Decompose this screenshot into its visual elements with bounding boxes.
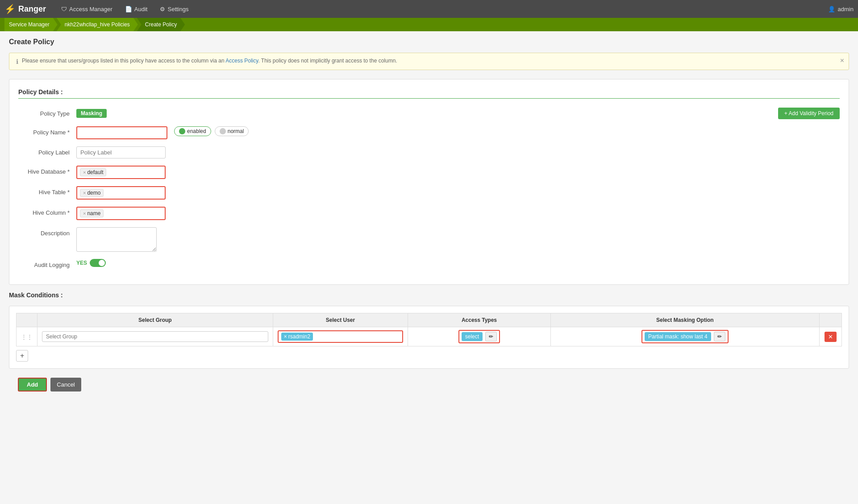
- description-label: Description: [18, 227, 76, 237]
- masking-badge: Masking: [76, 109, 107, 118]
- select-user-header: Select User: [273, 313, 408, 327]
- select-user-cell: × rsadmin2: [273, 327, 408, 346]
- masking-option-cell: Partial mask: show last 4 ✏: [550, 327, 819, 346]
- policy-label-input[interactable]: [76, 146, 166, 158]
- gear-icon: ⚙: [160, 6, 165, 12]
- brand-icon: ⚡: [4, 4, 16, 14]
- hive-database-tag: × default: [80, 168, 106, 176]
- policy-name-label: Policy Name *: [18, 126, 76, 136]
- top-navigation: ⚡ Ranger 🛡 Access Manager 📄 Audit ⚙ Sett…: [0, 0, 858, 18]
- page-content: Create Policy ℹ Please ensure that users…: [0, 31, 858, 398]
- select-group-header: Select Group: [37, 313, 273, 327]
- hive-column-input[interactable]: × name: [76, 207, 166, 220]
- mask-conditions-header: Mask Conditions :: [9, 292, 849, 301]
- brand-logo[interactable]: ⚡ Ranger: [4, 4, 46, 14]
- access-types-wrapper: select ✏: [458, 330, 500, 343]
- audit-logging-row: Audit Logging YES: [18, 259, 840, 268]
- alert-text: Please ensure that users/groups listed i…: [22, 58, 842, 64]
- audit-logging-switch[interactable]: [90, 259, 106, 267]
- policy-type-label: Policy Type: [18, 110, 76, 117]
- nav-audit[interactable]: 📄 Audit: [119, 0, 154, 18]
- policy-details-section-title: Policy Details :: [18, 88, 840, 99]
- policy-label-row: Policy Label: [18, 146, 840, 158]
- normal-dot: [220, 128, 226, 134]
- select-masking-option-header: Select Masking Option: [550, 313, 819, 327]
- nav-settings[interactable]: ⚙ Settings: [154, 0, 195, 18]
- hive-table-tag-remove[interactable]: ×: [83, 190, 86, 196]
- nav-access-manager[interactable]: 🛡 Access Manager: [55, 0, 119, 18]
- user-icon: 👤: [828, 6, 835, 12]
- mask-conditions-wrapper: Mask Conditions : Select Group Select Us…: [9, 292, 849, 369]
- select-group-cell: [37, 327, 273, 346]
- description-textarea[interactable]: [76, 227, 157, 252]
- policy-label-label: Policy Label: [18, 146, 76, 156]
- select-user-input-wrapper[interactable]: × rsadmin2: [278, 330, 404, 343]
- conditions-section: Select Group Select User Access Types Se…: [9, 306, 849, 369]
- masking-option-wrapper: Partial mask: show last 4 ✏: [641, 330, 729, 343]
- policy-type-row: Policy Type Masking + Add Validity Perio…: [18, 108, 840, 119]
- access-types-header: Access Types: [408, 313, 550, 327]
- policy-name-input[interactable]: column_masking: [77, 127, 167, 138]
- action-header: [820, 313, 842, 327]
- policy-name-row: Policy Name * column_masking enabled nor…: [18, 126, 840, 139]
- policy-name-wrapper: column_masking: [76, 126, 167, 139]
- main-card: Policy Details : Policy Type Masking + A…: [9, 79, 849, 285]
- access-type-select-button[interactable]: select: [462, 332, 483, 341]
- drag-handle-cell: ⋮⋮: [17, 327, 37, 346]
- breadcrumb-hive-policies[interactable]: nkh22whcllap_hive Policies: [57, 18, 138, 31]
- add-row-button[interactable]: +: [16, 350, 28, 362]
- hive-column-tag: × name: [80, 209, 104, 217]
- add-button[interactable]: Add: [18, 378, 47, 392]
- hive-column-row: Hive Column * × name: [18, 207, 840, 220]
- hive-column-tag-remove[interactable]: ×: [83, 211, 86, 216]
- conditions-table: Select Group Select User Access Types Se…: [16, 313, 842, 346]
- audit-logging-label: Audit Logging: [18, 259, 76, 268]
- hive-table-label: Hive Table *: [18, 186, 76, 196]
- description-row: Description: [18, 227, 840, 252]
- alert-box: ℹ Please ensure that users/groups listed…: [9, 53, 849, 70]
- brand-name: Ranger: [18, 4, 46, 14]
- user-tag-x[interactable]: ×: [284, 333, 287, 340]
- mask-conditions-title: Mask Conditions :: [9, 292, 63, 301]
- user-menu[interactable]: 👤 admin: [828, 6, 854, 12]
- breadcrumb-create-policy[interactable]: Create Policy: [137, 18, 185, 31]
- yes-label: YES: [76, 260, 87, 266]
- alert-close-button[interactable]: ×: [840, 57, 844, 65]
- hive-table-input[interactable]: × demo: [76, 186, 166, 200]
- shield-icon: 🛡: [61, 6, 67, 12]
- normal-label: normal: [228, 128, 244, 134]
- table-row: ⋮⋮ × rsadmin2: [17, 327, 842, 346]
- normal-toggle[interactable]: normal: [215, 126, 249, 136]
- enabled-label: enabled: [187, 128, 206, 134]
- info-icon: ℹ: [16, 58, 18, 65]
- cancel-button[interactable]: Cancel: [50, 378, 81, 392]
- audit-logging-toggle[interactable]: YES: [76, 259, 106, 267]
- breadcrumb-service-manager[interactable]: Service Manager: [4, 18, 58, 31]
- enabled-toggle-wrap: enabled normal: [174, 126, 249, 136]
- enabled-toggle[interactable]: enabled: [174, 126, 211, 136]
- breadcrumb-bar: Service Manager nkh22whcllap_hive Polici…: [0, 18, 858, 31]
- access-types-cell: select ✏: [408, 327, 550, 346]
- drag-handle-header: [17, 313, 37, 327]
- bottom-buttons: Add Cancel: [9, 378, 849, 392]
- select-group-input[interactable]: [42, 331, 268, 342]
- user-tag: × rsadmin2: [281, 333, 313, 341]
- delete-row-button[interactable]: ✕: [825, 332, 837, 342]
- hive-database-label: Hive Database *: [18, 166, 76, 175]
- access-type-edit-button[interactable]: ✏: [485, 332, 497, 342]
- hive-database-row: Hive Database * × default: [18, 166, 840, 179]
- hive-database-tag-remove[interactable]: ×: [83, 170, 86, 175]
- hive-database-input[interactable]: × default: [76, 166, 166, 179]
- masking-option-button[interactable]: Partial mask: show last 4: [645, 332, 711, 341]
- alert-link[interactable]: Access Policy: [225, 58, 258, 64]
- hive-table-row: Hive Table * × demo: [18, 186, 840, 200]
- policy-type-content: Masking: [76, 109, 778, 118]
- doc-icon: 📄: [125, 6, 132, 12]
- page-title: Create Policy: [9, 38, 849, 46]
- hive-table-tag: × demo: [80, 189, 104, 197]
- delete-cell: ✕: [820, 327, 842, 346]
- enabled-dot: [179, 128, 185, 134]
- masking-option-edit-button[interactable]: ✏: [714, 332, 725, 342]
- hive-column-label: Hive Column *: [18, 207, 76, 216]
- add-validity-period-button[interactable]: + Add Validity Period: [778, 108, 840, 119]
